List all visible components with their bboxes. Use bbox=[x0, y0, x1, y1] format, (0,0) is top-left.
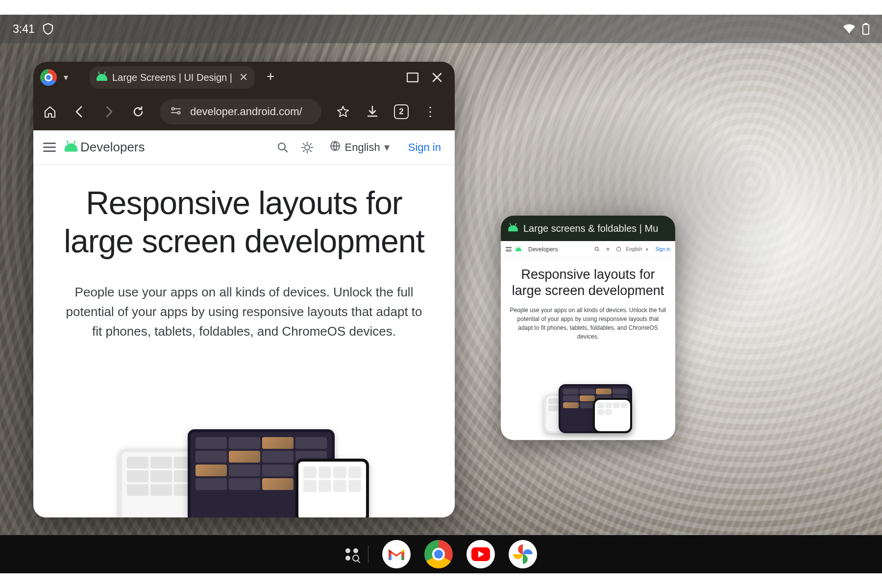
site-settings-icon[interactable] bbox=[171, 106, 181, 117]
site-brand: Developers bbox=[80, 140, 145, 155]
tab-switcher-button[interactable]: 2 bbox=[394, 104, 409, 119]
chevron-down-icon: ▾ bbox=[384, 141, 390, 154]
new-tab-button[interactable]: + bbox=[262, 69, 279, 86]
svg-rect-0 bbox=[863, 24, 869, 34]
address-bar[interactable]: developer.android.com/ bbox=[160, 99, 321, 124]
taskbar-left bbox=[345, 545, 368, 563]
window-titlebar[interactable]: ▾ Large Screens | UI Design | ✕ + bbox=[33, 62, 455, 93]
pip-site-brand: Developers bbox=[528, 246, 558, 253]
site-header: Developers English ▾ Sign in bbox=[33, 130, 455, 165]
forward-button bbox=[101, 104, 117, 120]
signin-link[interactable]: Sign in bbox=[404, 141, 445, 154]
svg-point-3 bbox=[172, 108, 174, 110]
hero-body: People use your apps on all kinds of dev… bbox=[61, 282, 427, 342]
android-favicon-icon bbox=[508, 225, 518, 232]
wifi-icon bbox=[843, 24, 856, 34]
hero-section: Responsive layouts for large screen deve… bbox=[33, 165, 455, 342]
floating-window[interactable]: Large screens & foldables | Mu Developer… bbox=[501, 216, 675, 440]
close-window-button[interactable] bbox=[426, 67, 448, 88]
mock-phone bbox=[295, 459, 369, 517]
pip-language-label: English bbox=[626, 246, 642, 252]
youtube-app-icon[interactable] bbox=[466, 540, 495, 568]
pip-site-header: Developers English ▾ Sign in bbox=[501, 241, 675, 258]
chrome-logo-icon bbox=[40, 69, 57, 86]
battery-icon bbox=[862, 23, 869, 35]
mock-phone bbox=[593, 398, 632, 433]
svg-point-8 bbox=[595, 247, 598, 250]
letterbox-bottom bbox=[0, 573, 882, 588]
globe-icon bbox=[329, 140, 341, 155]
photos-app-icon[interactable] bbox=[509, 540, 537, 568]
language-selector[interactable]: English ▾ bbox=[324, 140, 394, 155]
pip-site-logo[interactable]: Developers bbox=[515, 246, 558, 253]
maximize-button[interactable] bbox=[402, 67, 423, 88]
theme-toggle-button[interactable] bbox=[300, 140, 315, 155]
pip-device-mock-illustration bbox=[501, 384, 675, 433]
url-text: developer.android.com/ bbox=[190, 105, 302, 118]
pip-menu-button[interactable] bbox=[506, 247, 512, 251]
web-page[interactable]: Developers English ▾ Sign in bbox=[33, 130, 455, 517]
downloads-button[interactable] bbox=[365, 104, 380, 120]
pip-signin-link[interactable]: Sign in bbox=[655, 246, 670, 252]
taskbar-divider bbox=[368, 545, 368, 563]
browser-toolbar: developer.android.com/ 2 ⋮ bbox=[33, 93, 455, 130]
language-label: English bbox=[345, 141, 380, 154]
pip-hero-body: People use your apps on all kinds of dev… bbox=[510, 306, 666, 341]
svg-point-9 bbox=[607, 248, 609, 250]
home-button[interactable] bbox=[42, 104, 58, 120]
android-logo-icon bbox=[65, 143, 77, 151]
svg-point-10 bbox=[616, 247, 620, 251]
hero-title: Responsive layouts for large screen deve… bbox=[61, 184, 427, 261]
window-menu-chevron-icon[interactable]: ▾ bbox=[60, 72, 72, 83]
svg-point-6 bbox=[305, 145, 310, 150]
overflow-menu-button[interactable]: ⋮ bbox=[422, 104, 438, 120]
pip-search-icon[interactable] bbox=[594, 246, 601, 253]
tab-close-icon[interactable]: ✕ bbox=[239, 71, 248, 84]
status-clock: 3:41 bbox=[13, 23, 35, 36]
svg-point-4 bbox=[178, 112, 180, 114]
pip-chevron-down-icon: ▾ bbox=[646, 247, 648, 252]
device-mock-illustration bbox=[33, 434, 455, 517]
chrome-window[interactable]: ▾ Large Screens | UI Design | ✕ + bbox=[33, 62, 455, 517]
pip-hero-title: Responsive layouts for large screen deve… bbox=[510, 267, 666, 299]
tab-title: Large Screens | UI Design | bbox=[112, 72, 232, 83]
pip-globe-icon[interactable] bbox=[615, 246, 622, 253]
android-logo-icon bbox=[515, 247, 521, 251]
android-favicon-icon bbox=[97, 74, 107, 81]
search-button[interactable] bbox=[275, 140, 290, 155]
browser-tab[interactable]: Large Screens | UI Design | ✕ bbox=[90, 66, 255, 89]
site-logo[interactable]: Developers bbox=[66, 140, 145, 155]
statusbar: 3:41 bbox=[0, 15, 882, 43]
all-apps-button[interactable] bbox=[345, 548, 359, 561]
chrome-app-icon[interactable] bbox=[424, 540, 453, 568]
desktop-area: 3:41 ▾ Large Screens | UI Design | ✕ + bbox=[0, 15, 882, 573]
reload-button[interactable] bbox=[130, 104, 146, 120]
gmail-app-icon[interactable] bbox=[382, 540, 411, 568]
pip-theme-icon[interactable] bbox=[605, 246, 612, 253]
status-right bbox=[843, 23, 869, 35]
floating-window-titlebar[interactable]: Large screens & foldables | Mu bbox=[501, 216, 675, 241]
floating-window-title: Large screens & foldables | Mu bbox=[523, 223, 658, 234]
shield-icon bbox=[43, 23, 53, 35]
taskbar bbox=[0, 535, 882, 573]
pip-hero: Responsive layouts for large screen deve… bbox=[501, 258, 675, 341]
svg-rect-1 bbox=[864, 23, 867, 24]
status-left: 3:41 bbox=[13, 23, 53, 36]
bookmark-button[interactable] bbox=[335, 104, 351, 120]
site-menu-button[interactable] bbox=[43, 143, 56, 152]
svg-rect-2 bbox=[407, 73, 418, 82]
back-button[interactable] bbox=[72, 104, 87, 120]
letterbox-top bbox=[0, 0, 882, 15]
